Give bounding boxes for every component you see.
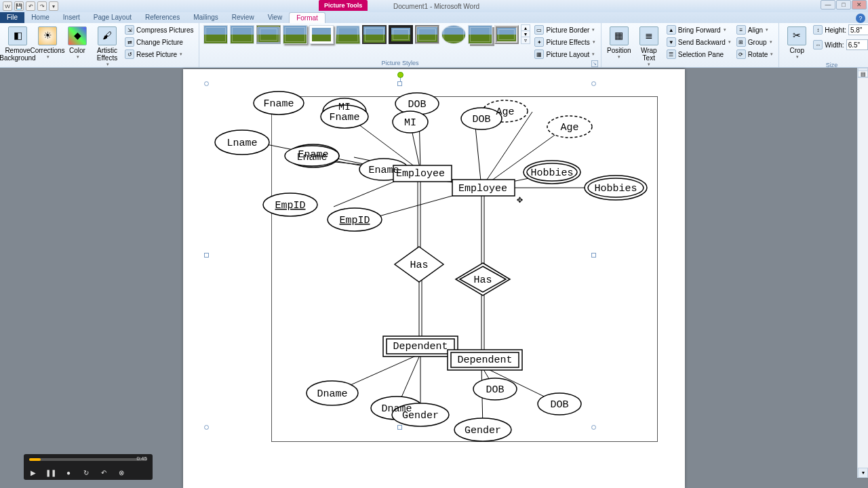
width-input[interactable] [846, 39, 868, 50]
width-label: Width: [825, 41, 844, 49]
forward-icon: ▲ [667, 25, 676, 35]
corrections-label: Corrections [30, 47, 64, 54]
change-icon: ⇄ [125, 37, 134, 47]
style-thumb-5[interactable] [309, 25, 334, 44]
artistic-effects-button[interactable]: 🖌 Artistic Effects▾ [94, 24, 121, 69]
group-size: ✂ Crop▾ ↕ Height: ▴▾ ↔ Width: ▴▾ Size↘ [779, 23, 868, 67]
erd-hobbies2: Hobbies [594, 183, 637, 195]
video-controls-overlay: 0:45 ▶ ❚❚ ● ↻ ↶ ⊗ [24, 454, 153, 480]
erd-empid2: EmpID [339, 215, 370, 226]
scroll-down-button[interactable]: ▾ [858, 468, 868, 478]
tab-review[interactable]: Review [225, 12, 261, 23]
video-play-button[interactable]: ▶ [28, 467, 39, 478]
video-stop-button[interactable]: ⊗ [116, 467, 127, 478]
tab-view[interactable]: View [261, 12, 290, 23]
compress-pictures-button[interactable]: ⇲Compress Pictures [123, 24, 195, 35]
er-diagram: Fname MI Fname DOB MI Age DOB Age Lname … [183, 69, 685, 488]
selpane-icon: ☰ [667, 49, 676, 59]
erd-dname1: Dname [317, 388, 347, 400]
group-button[interactable]: ⊞Group▾ [735, 37, 774, 47]
corrections-button[interactable]: ☀ Corrections▾ [34, 24, 61, 62]
qat-more-icon[interactable]: ▾ [49, 1, 58, 11]
compress-icon: ⇲ [125, 25, 134, 35]
bring-forward-button[interactable]: ▲Bring Forward▾ [665, 24, 732, 35]
tab-file[interactable]: File [0, 12, 24, 23]
remove-background-button[interactable]: ◧ Remove Background [4, 24, 31, 64]
close-button[interactable]: ✕ [852, 0, 867, 9]
picture-layout-button[interactable]: ▦Picture Layout▾ [533, 49, 596, 60]
style-thumb-12[interactable] [494, 25, 519, 44]
tab-pagelayout[interactable]: Page Layout [87, 12, 138, 23]
document-area: Fname MI Fname DOB MI Age DOB Age Lname … [0, 68, 868, 488]
wrap-icon: ≣ [639, 26, 658, 45]
style-thumb-8[interactable] [389, 25, 413, 44]
crop-button[interactable]: ✂ Crop▾ [783, 24, 810, 62]
maximize-button[interactable]: □ [836, 0, 851, 9]
tab-format[interactable]: Format [289, 12, 326, 23]
gallery-scroll[interactable]: ▴▾▿ [521, 24, 530, 44]
style-thumb-1[interactable] [203, 25, 228, 44]
quick-access-toolbar: W 💾 ↶ ↷ ▾ [0, 1, 58, 11]
erd-dependent2: Dependent [457, 354, 512, 366]
title-bar: W 💾 ↶ ↷ ▾ Picture Tools Document1 - Micr… [0, 0, 868, 12]
crop-label: Crop [789, 47, 804, 54]
group-arrange: ▦ Position▾ ≣ Wrap Text▾ ▲Bring Forward▾… [601, 23, 780, 67]
erd-fname1: Fname [263, 98, 294, 110]
color-button[interactable]: ◆ Color▾ [64, 24, 91, 62]
height-input[interactable] [848, 24, 868, 35]
style-thumb-3[interactable] [256, 25, 281, 44]
reset-picture-button[interactable]: ↺Reset Picture▾ [123, 49, 195, 60]
picture-effects-button[interactable]: ✦Picture Effects▾ [533, 37, 596, 47]
erd-dob2: DOB [472, 114, 490, 125]
style-thumb-9[interactable] [415, 25, 439, 44]
minimize-button[interactable]: — [821, 0, 835, 9]
picture-style-gallery[interactable]: ▴▾▿ [203, 24, 530, 44]
video-pause-button[interactable]: ❚❚ [45, 467, 56, 478]
help-button[interactable]: ? [856, 14, 865, 23]
wrap-label: Wrap Text [637, 47, 660, 62]
video-progress[interactable] [29, 458, 147, 461]
vertical-scrollbar[interactable]: ▴ ▾ [857, 68, 868, 478]
rotate-button[interactable]: ⟳Rotate▾ [735, 49, 774, 60]
effects-icon: ✦ [534, 37, 544, 47]
style-thumb-2[interactable] [230, 25, 254, 44]
erd-empid1: EmpID [275, 200, 305, 211]
style-thumb-10[interactable] [441, 25, 466, 44]
border-icon: ▭ [534, 25, 544, 35]
tab-mailings[interactable]: Mailings [186, 12, 225, 23]
tab-insert[interactable]: Insert [56, 12, 87, 23]
align-button[interactable]: ≡Align▾ [735, 24, 774, 35]
rotate-icon: ⟳ [736, 49, 746, 59]
styles-launcher[interactable]: ↘ [591, 60, 598, 67]
position-button[interactable]: ▦ Position▾ [606, 24, 633, 62]
save-icon[interactable]: 💾 [14, 1, 24, 11]
video-mic-button[interactable]: ● [63, 467, 74, 478]
style-thumb-4[interactable] [283, 25, 307, 44]
width-spinner[interactable]: ↔ Width: ▴▾ [813, 39, 868, 50]
style-thumb-6[interactable] [336, 25, 361, 44]
video-back-button[interactable]: ↶ [98, 467, 109, 478]
style-thumb-7[interactable] [362, 25, 387, 44]
page[interactable]: Fname MI Fname DOB MI Age DOB Age Lname … [183, 69, 685, 488]
tab-home[interactable]: Home [24, 12, 56, 23]
selection-pane-button[interactable]: ☰Selection Pane [665, 49, 732, 60]
change-picture-button[interactable]: ⇄Change Picture [123, 37, 195, 47]
undo-icon[interactable]: ↶ [26, 1, 35, 11]
svg-line-9 [475, 120, 481, 188]
video-time: 0:45 [136, 455, 147, 462]
video-restart-button[interactable]: ↻ [81, 467, 92, 478]
ruler-toggle[interactable]: ▤ [858, 70, 868, 77]
picture-border-button[interactable]: ▭Picture Border▾ [533, 24, 596, 35]
wrap-text-button[interactable]: ≣ Wrap Text▾ [635, 24, 663, 69]
erd-dob1: DOB [408, 99, 426, 110]
window-title: Document1 - Microsoft Word [393, 3, 479, 10]
position-icon: ▦ [610, 26, 629, 45]
send-backward-button[interactable]: ▼Send Backward▾ [665, 37, 732, 47]
tab-references[interactable]: References [138, 12, 186, 23]
redo-icon[interactable]: ↷ [37, 1, 47, 11]
style-thumb-11[interactable] [468, 25, 492, 44]
ribbon: ◧ Remove Background ☀ Corrections▾ ◆ Col… [0, 23, 868, 68]
context-tab-title: Picture Tools [319, 0, 368, 11]
height-spinner[interactable]: ↕ Height: ▴▾ [813, 24, 868, 35]
crop-icon: ✂ [787, 26, 806, 45]
